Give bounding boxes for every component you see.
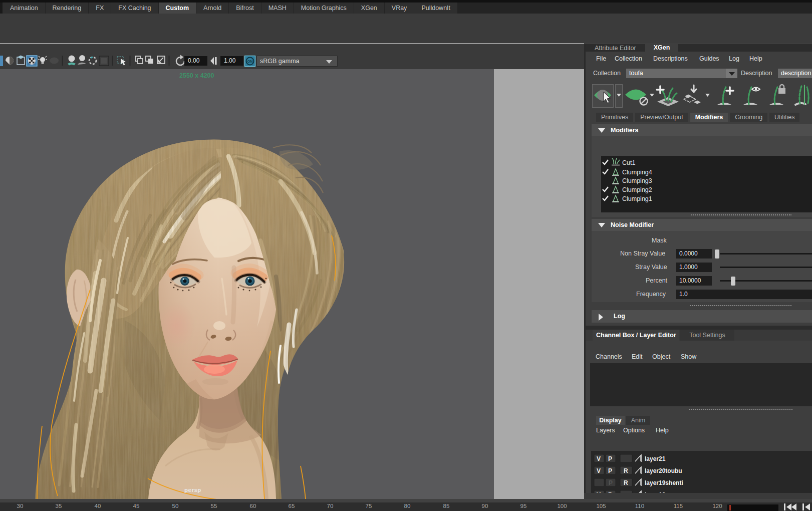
svg-text:persp: persp	[184, 487, 201, 493]
svg-text:layer19shenti: layer19shenti	[645, 479, 683, 486]
svg-text:V: V	[597, 455, 601, 462]
svg-text:Clumping3: Clumping3	[622, 177, 652, 184]
svg-text:Clumping2: Clumping2	[622, 186, 652, 193]
svg-text:layer21: layer21	[645, 455, 666, 462]
svg-text:R: R	[624, 467, 628, 474]
svg-text:Clumping1: Clumping1	[622, 195, 652, 202]
svg-text:P: P	[608, 467, 612, 474]
svg-text:V: V	[597, 467, 601, 474]
svg-text:R: R	[624, 479, 628, 486]
svg-text:layer20toubu: layer20toubu	[645, 467, 682, 474]
svg-text:ON: ON	[247, 60, 253, 63]
svg-text:P: P	[608, 455, 612, 462]
svg-text:2550 x 4200: 2550 x 4200	[179, 72, 214, 79]
svg-text:P: P	[609, 479, 613, 486]
svg-text:Cut1: Cut1	[622, 159, 635, 166]
svg-text:Clumping4: Clumping4	[622, 169, 652, 176]
